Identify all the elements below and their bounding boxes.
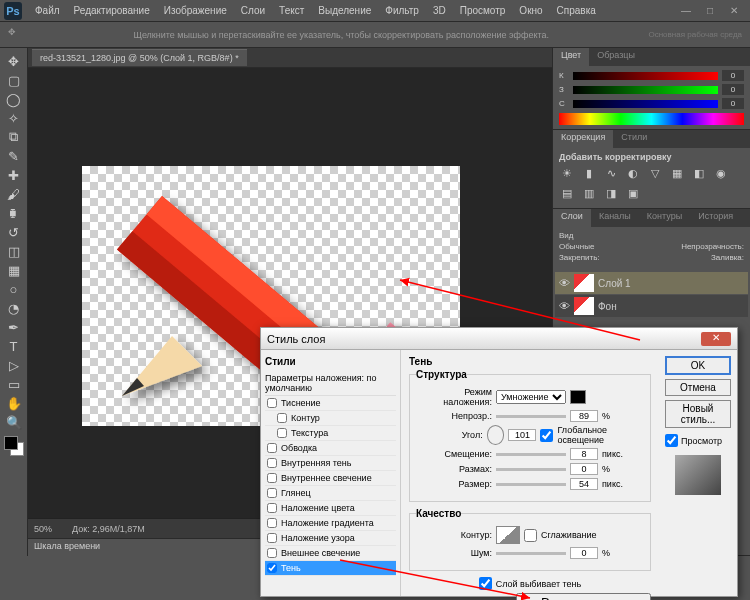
zoom-value[interactable]: 50%	[34, 524, 52, 534]
eraser-tool[interactable]: ◫	[2, 242, 26, 260]
filter-icon[interactable]: ◉	[713, 166, 729, 180]
visibility-icon[interactable]: 👁	[559, 300, 570, 312]
tab-paths[interactable]: Контуры	[639, 209, 690, 227]
zoom-tool[interactable]: 🔍	[2, 413, 26, 431]
style-gradient-overlay[interactable]: Наложение градиента	[265, 516, 396, 531]
style-check[interactable]	[277, 413, 287, 423]
blending-options[interactable]: Параметры наложения: по умолчанию	[265, 371, 396, 396]
style-check[interactable]	[267, 398, 277, 408]
style-texture[interactable]: Текстура	[265, 426, 396, 441]
dialog-titlebar[interactable]: Стиль слоя ✕	[261, 328, 737, 350]
ok-button[interactable]: OK	[665, 356, 731, 375]
tab-color[interactable]: Цвет	[553, 48, 589, 66]
layer-row-1[interactable]: 👁 Слой 1	[555, 272, 748, 294]
style-bevel[interactable]: Тиснение	[265, 396, 396, 411]
size-slider[interactable]	[496, 483, 566, 486]
lookup-icon[interactable]: ▥	[581, 186, 597, 200]
layer-blend[interactable]: Обычные	[559, 242, 594, 251]
angle-dial[interactable]	[487, 425, 505, 445]
move-tool[interactable]: ✥	[2, 52, 26, 70]
close-button[interactable]: ✕	[726, 5, 742, 17]
dialog-close-button[interactable]: ✕	[701, 332, 731, 346]
menu-view[interactable]: Просмотр	[453, 2, 513, 19]
knockout-check[interactable]	[479, 577, 492, 590]
crop-tool[interactable]: ⧉	[2, 128, 26, 146]
tab-layers[interactable]: Слои	[553, 209, 591, 227]
vibrance-icon[interactable]: ▽	[647, 166, 663, 180]
menu-help[interactable]: Справка	[550, 2, 603, 19]
tab-adjustments[interactable]: Коррекция	[553, 130, 613, 148]
style-drop-shadow[interactable]: Тень	[265, 561, 396, 576]
style-check[interactable]	[267, 503, 277, 513]
menu-filter[interactable]: Фильтр	[378, 2, 426, 19]
blur-tool[interactable]: ○	[2, 280, 26, 298]
style-check[interactable]	[267, 518, 277, 528]
menu-3d[interactable]: 3D	[426, 2, 453, 19]
color-spectrum[interactable]	[559, 113, 744, 125]
style-outer-glow[interactable]: Внешнее свечение	[265, 546, 396, 561]
brightness-icon[interactable]: ☀	[559, 166, 575, 180]
noise-input[interactable]	[570, 547, 598, 559]
hand-tool[interactable]: ✋	[2, 394, 26, 412]
opacity-input[interactable]	[570, 410, 598, 422]
lasso-tool[interactable]: ◯	[2, 90, 26, 108]
shape-tool[interactable]: ▭	[2, 375, 26, 393]
document-tab[interactable]: red-313521_1280.jpg @ 50% (Слой 1, RGB/8…	[32, 49, 247, 66]
layer-row-bg[interactable]: 👁 Фон	[555, 295, 748, 317]
gradient-tool[interactable]: ▦	[2, 261, 26, 279]
menu-edit[interactable]: Редактирование	[67, 2, 157, 19]
visibility-icon[interactable]: 👁	[559, 277, 570, 289]
workspace-label[interactable]: Основная рабочая среда	[648, 30, 742, 39]
global-light-check[interactable]	[540, 429, 553, 442]
bw-icon[interactable]: ◧	[691, 166, 707, 180]
history-brush-tool[interactable]: ↺	[2, 223, 26, 241]
style-contour[interactable]: Контур	[265, 411, 396, 426]
style-check[interactable]	[267, 443, 277, 453]
style-color-overlay[interactable]: Наложение цвета	[265, 501, 396, 516]
style-check[interactable]	[277, 428, 287, 438]
tab-swatches[interactable]: Образцы	[589, 48, 643, 66]
levels-icon[interactable]: ▮	[581, 166, 597, 180]
menu-text[interactable]: Текст	[272, 2, 311, 19]
menu-image[interactable]: Изображение	[157, 2, 234, 19]
r-slider[interactable]	[573, 72, 718, 80]
maximize-button[interactable]: □	[702, 5, 718, 17]
eyedropper-tool[interactable]: ✎	[2, 147, 26, 165]
distance-input[interactable]	[570, 448, 598, 460]
noise-slider[interactable]	[496, 552, 566, 555]
layer-name[interactable]: Фон	[598, 301, 617, 312]
menu-window[interactable]: Окно	[512, 2, 549, 19]
blend-mode-select[interactable]: Умножение	[496, 390, 566, 404]
path-tool[interactable]: ▷	[2, 356, 26, 374]
styles-header[interactable]: Стили	[265, 354, 396, 371]
poster-icon[interactable]: ▣	[625, 186, 641, 200]
tab-history[interactable]: История	[690, 209, 741, 227]
layer-name[interactable]: Слой 1	[598, 278, 631, 289]
pen-tool[interactable]: ✒	[2, 318, 26, 336]
b-value[interactable]: 0	[722, 98, 744, 109]
curves-icon[interactable]: ∿	[603, 166, 619, 180]
style-stroke[interactable]: Обводка	[265, 441, 396, 456]
layer-kind[interactable]: Вид	[559, 231, 573, 240]
menu-select[interactable]: Выделение	[311, 2, 378, 19]
tab-channels[interactable]: Каналы	[591, 209, 639, 227]
menu-file[interactable]: Файл	[28, 2, 67, 19]
shadow-color-swatch[interactable]	[570, 390, 586, 404]
minimize-button[interactable]: —	[678, 5, 694, 17]
style-satin[interactable]: Глянец	[265, 486, 396, 501]
reset-default-button[interactable]: Восстановить значения по умолчанию	[516, 593, 651, 600]
exposure-icon[interactable]: ◐	[625, 166, 641, 180]
g-value[interactable]: 0	[722, 84, 744, 95]
new-style-button[interactable]: Новый стиль...	[665, 400, 731, 428]
style-check[interactable]	[267, 473, 277, 483]
heal-tool[interactable]: ✚	[2, 166, 26, 184]
spread-input[interactable]	[570, 463, 598, 475]
style-check[interactable]	[267, 563, 277, 573]
type-tool[interactable]: T	[2, 337, 26, 355]
marquee-tool[interactable]: ▢	[2, 71, 26, 89]
chmix-icon[interactable]: ▤	[559, 186, 575, 200]
hue-icon[interactable]: ▦	[669, 166, 685, 180]
b-slider[interactable]	[573, 100, 718, 108]
g-slider[interactable]	[573, 86, 718, 94]
antialias-check[interactable]	[524, 529, 537, 542]
